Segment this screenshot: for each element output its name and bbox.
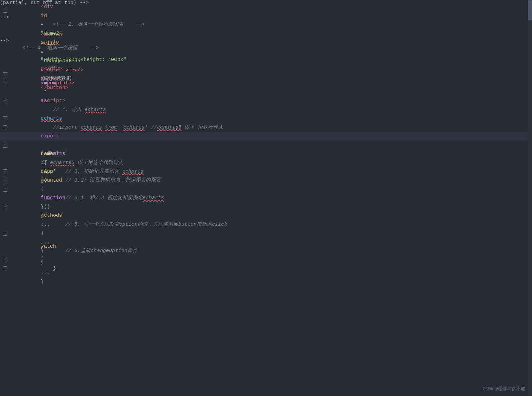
fold-minus-icon[interactable]: − — [3, 143, 7, 148]
fold-minus-icon[interactable]: − — [3, 72, 7, 77]
fold-plus-icon[interactable]: + — [3, 231, 7, 236]
fold-minus-icon[interactable]: − — [3, 169, 7, 174]
code-line-highlighted — [0, 132, 528, 141]
fold-plus-icon[interactable]: + — [3, 205, 7, 209]
code-line: − } — [0, 264, 528, 273]
code-line: // 3.1 和3.3 初始化和实例化echarts — [0, 194, 528, 203]
code-area: (partial, cut off at top) --> − --> <!--… — [0, 0, 528, 396]
code-line: + mounted : function () { ... } , — [0, 203, 528, 211]
code-line: − export default { — [0, 141, 528, 150]
fold-minus-icon[interactable]: − — [3, 99, 7, 103]
code-line: // 6.监听changeOption操作 — [0, 247, 528, 256]
code-line: − //import echarts from 'echarts' //echa… — [0, 123, 528, 132]
fold-minus-icon[interactable]: − — [3, 178, 7, 183]
scrollbar[interactable] — [528, 0, 532, 396]
fold-plus-icon[interactable]: + — [3, 258, 7, 262]
code-line: + methods : { ... } , — [0, 229, 528, 238]
fold-minus-icon[interactable]: − — [3, 81, 7, 86]
fold-minus-icon[interactable]: − — [3, 8, 7, 13]
code-token: } — [10, 256, 56, 282]
fold-minus-icon[interactable]: − — [3, 116, 7, 121]
code-line: − // 3.2: 设置数据信息，指定图表的配置 — [0, 176, 528, 185]
code-editor: (partial, cut off at top) --> − --> <!--… — [0, 0, 532, 396]
watermark: CSDN @爱学习的小船 — [483, 386, 525, 392]
fold-minus-icon[interactable]: − — [3, 125, 7, 130]
code-line — [0, 150, 528, 158]
fold-minus-icon[interactable]: − — [3, 266, 7, 271]
code-line: // 5. 写一个方法改变option的值，方法名对应button按钮的clic… — [0, 220, 528, 229]
fold-plus-icon[interactable]: + — [3, 187, 7, 192]
scrollbar-thumb[interactable] — [528, 0, 532, 20]
code-line: + watch : { ... } — [0, 256, 528, 264]
